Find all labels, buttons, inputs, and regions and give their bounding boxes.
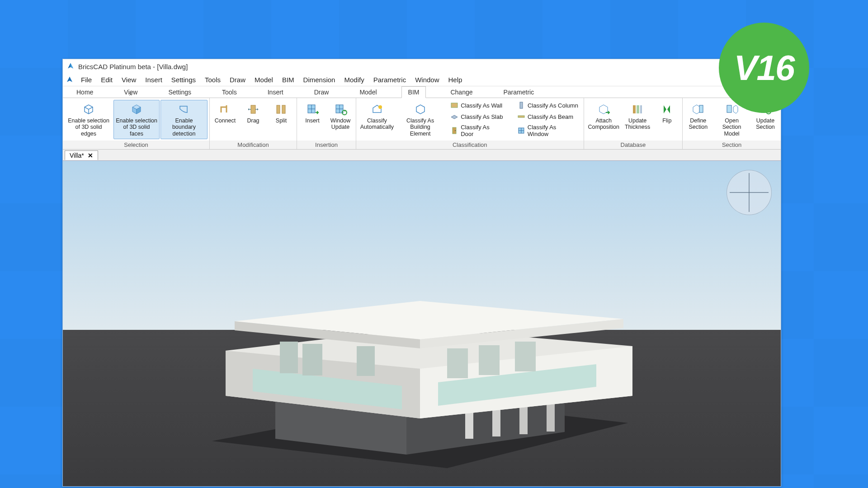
app-logo-icon: [66, 62, 75, 70]
btn-label: Drag: [247, 117, 259, 124]
svg-rect-2: [282, 105, 285, 113]
wall-icon: [450, 101, 458, 109]
btn-attach-composition[interactable]: Attach Composition: [586, 100, 622, 133]
open-section-icon: [725, 102, 739, 117]
ribbon-tab-bim[interactable]: BIM: [401, 86, 426, 98]
btn-enable-boundary-detection[interactable]: Enable boundary detection: [160, 100, 208, 139]
group-label: Classification: [356, 141, 584, 149]
btn-label: Flip: [662, 117, 671, 124]
ribbon-tab-tools[interactable]: Tools: [216, 87, 243, 98]
boundary-icon: [177, 102, 191, 117]
document-tab-bar: Villa* ✕: [63, 150, 781, 161]
ribbon-group-database: Attach Composition Update Thickness Flip…: [584, 98, 683, 149]
beam-icon: [517, 113, 525, 121]
btn-label: Classify Automatically: [360, 117, 394, 131]
menu-dimension[interactable]: Dimension: [299, 75, 340, 85]
menu-draw[interactable]: Draw: [225, 75, 250, 85]
ribbon-tab-home[interactable]: Home: [70, 87, 99, 98]
label: Classify As Slab: [461, 113, 503, 120]
svg-rect-36: [302, 344, 322, 375]
btn-window-update[interactable]: Window Update: [327, 100, 354, 133]
btn-label: Update Section: [756, 117, 775, 131]
menu-edit[interactable]: Edit: [96, 75, 117, 85]
group-label: Section: [683, 141, 781, 149]
btn-define-section[interactable]: Define Section: [684, 100, 712, 133]
ribbon-tab-change[interactable]: Change: [444, 87, 479, 98]
ribbon-group-selection: Enable selection of 3D solid edges Enabl…: [63, 98, 210, 149]
btn-split[interactable]: Split: [268, 100, 295, 126]
svg-rect-0: [251, 105, 255, 113]
btn-label: Connect: [215, 117, 236, 124]
btn-label: Classify As Building Element: [399, 117, 441, 137]
window-title: BricsCAD Platinum beta - [Villa.dwg]: [78, 63, 188, 70]
svg-rect-1: [277, 105, 280, 113]
svg-rect-17: [727, 105, 731, 113]
slab-icon: [450, 113, 458, 121]
btn-connect[interactable]: Connect: [212, 100, 239, 126]
btn-classify-slab[interactable]: Classify As Slab: [447, 111, 507, 122]
svg-rect-40: [515, 342, 536, 371]
svg-rect-11: [518, 116, 524, 117]
btn-drag[interactable]: Drag: [240, 100, 267, 126]
btn-update-thickness[interactable]: Update Thickness: [623, 100, 652, 133]
menu-file[interactable]: File: [76, 75, 96, 85]
ribbon-tab-parametric[interactable]: Parametric: [497, 87, 541, 98]
window-icon: [517, 127, 525, 135]
split-icon: [274, 102, 288, 117]
ribbon: Enable selection of 3D solid edges Enabl…: [63, 98, 781, 150]
btn-label: Window Update: [330, 117, 350, 131]
btn-label: Define Section: [689, 117, 708, 131]
close-tab-icon[interactable]: ✕: [88, 152, 93, 159]
menu-bim[interactable]: BIM: [278, 75, 299, 85]
btn-classify-window[interactable]: Classify As Window: [514, 122, 582, 139]
menu-modify[interactable]: Modify: [340, 75, 368, 85]
ribbon-collapse-button[interactable]: ×: [126, 91, 135, 98]
menu-view[interactable]: View: [117, 75, 141, 85]
btn-insert-window[interactable]: Insert: [299, 100, 326, 126]
label: Classify As Door: [461, 124, 504, 137]
ribbon-group-insertion: Insert Window Update Insertion: [297, 98, 356, 149]
btn-classify-column[interactable]: Classify As Column: [514, 100, 582, 111]
btn-classify-auto[interactable]: Classify Automatically: [358, 100, 396, 133]
model-viewport[interactable]: [63, 161, 781, 486]
thickness-icon: [630, 102, 645, 117]
group-label: Database: [584, 141, 683, 149]
ribbon-tab-settings[interactable]: Settings: [162, 87, 198, 98]
model-render: [122, 188, 718, 477]
btn-classify-door[interactable]: Classify As Door: [447, 122, 507, 139]
menu-parametric[interactable]: Parametric: [369, 75, 411, 85]
btn-label: Enable selection of 3D solid edges: [67, 117, 110, 137]
document-tab-label: Villa*: [70, 152, 84, 159]
column-icon: [517, 101, 525, 109]
view-compass[interactable]: [726, 170, 772, 215]
btn-classify-beam[interactable]: Classify As Beam: [514, 111, 582, 122]
svg-rect-16: [699, 105, 703, 113]
menu-settings[interactable]: Settings: [167, 75, 200, 85]
btn-flip[interactable]: Flip: [653, 100, 680, 126]
ribbon-tab-insert[interactable]: Insert: [261, 87, 290, 98]
btn-classify-building-element[interactable]: Classify As Building Element: [397, 100, 443, 139]
ribbon-tab-model[interactable]: Model: [353, 87, 383, 98]
ribbon-tab-draw[interactable]: Draw: [308, 87, 335, 98]
menu-window[interactable]: Window: [410, 75, 443, 85]
building-element-icon: [413, 102, 428, 117]
btn-enable-edge-selection[interactable]: Enable selection of 3D solid edges: [65, 100, 113, 139]
document-tab-villa[interactable]: Villa* ✕: [65, 150, 98, 160]
classify-auto-icon: [370, 102, 384, 117]
btn-label: Update Thickness: [625, 117, 650, 131]
svg-rect-15: [640, 105, 642, 113]
menu-model[interactable]: Model: [250, 75, 278, 85]
svg-rect-37: [357, 346, 375, 376]
cube-faces-icon: [129, 102, 144, 117]
label: Classify As Wall: [461, 102, 502, 109]
version-badge: V16: [719, 23, 809, 113]
menu-insert[interactable]: Insert: [141, 75, 167, 85]
menu-help[interactable]: Help: [444, 75, 467, 85]
group-label: Modification: [210, 141, 297, 149]
btn-enable-face-selection[interactable]: Enable selection of 3D solid faces: [113, 100, 160, 139]
connect-icon: [218, 102, 232, 117]
app-icon[interactable]: [66, 76, 74, 84]
btn-classify-wall[interactable]: Classify As Wall: [447, 100, 507, 111]
menu-tools[interactable]: Tools: [200, 75, 225, 85]
define-section-icon: [691, 102, 705, 117]
